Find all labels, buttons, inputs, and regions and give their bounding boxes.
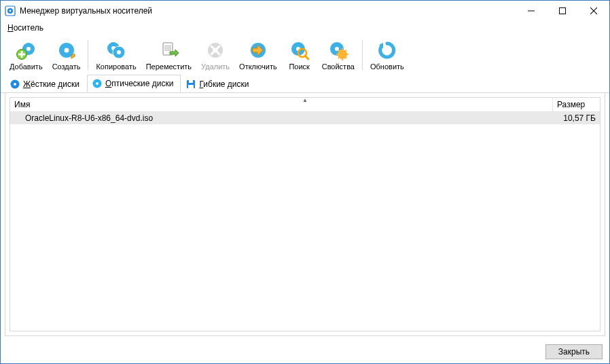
- column-header-name[interactable]: Имя: [10, 98, 552, 111]
- move-label: Переместить: [146, 62, 192, 71]
- add-label: Добавить: [10, 62, 43, 71]
- svg-point-17: [117, 50, 121, 54]
- refresh-button[interactable]: Обновить: [365, 37, 409, 73]
- row-name: OracleLinux-R8-U6-x86_64-dvd.iso: [10, 113, 552, 124]
- svg-line-31: [305, 56, 308, 59]
- app-icon: [5, 5, 16, 16]
- close-icon: [590, 7, 597, 14]
- tab-floppy-disks[interactable]: Гибкие диски: [181, 75, 256, 92]
- svg-rect-45: [189, 80, 193, 83]
- add-button[interactable]: Добавить: [5, 37, 48, 73]
- hard-disk-icon: [10, 79, 20, 90]
- tab-optical-disks[interactable]: Оптические диски: [87, 75, 181, 92]
- svg-point-43: [96, 82, 98, 85]
- properties-icon: [327, 39, 349, 61]
- toolbar: Добавить Создать Копировать Переместить: [1, 35, 609, 74]
- menu-medium[interactable]: Носитель: [5, 22, 46, 34]
- svg-point-13: [64, 48, 69, 53]
- column-header-size[interactable]: Размер: [552, 98, 600, 111]
- window-title: Менеджер виртуальных носителей: [20, 6, 516, 16]
- remove-icon: [204, 39, 226, 61]
- search-icon: [289, 39, 310, 61]
- svg-point-8: [26, 47, 31, 51]
- search-label: Поиск: [289, 62, 309, 71]
- svg-rect-11: [18, 54, 25, 56]
- optical-disk-icon: [92, 78, 103, 89]
- refresh-icon: [376, 39, 398, 61]
- maximize-icon: [559, 7, 566, 14]
- row-size: 10,57 ГБ: [552, 113, 600, 124]
- maximize-button[interactable]: [547, 1, 578, 21]
- release-icon: [247, 39, 269, 61]
- svg-point-2: [10, 10, 12, 12]
- tab-hard-disks[interactable]: Жёсткие диски: [5, 75, 87, 92]
- minimize-button[interactable]: [516, 1, 547, 21]
- toolbar-separator: [88, 40, 88, 70]
- media-table: ▲ Имя Размер OracleLinux-R8-U6-x86_64-dv…: [10, 97, 600, 331]
- create-icon: [56, 39, 77, 61]
- properties-button[interactable]: Свойства: [317, 37, 359, 73]
- sort-indicator-icon: ▲: [302, 97, 308, 103]
- svg-rect-46: [188, 85, 194, 88]
- remove-label: Удалить: [201, 62, 230, 71]
- release-label: Отключить: [239, 62, 277, 71]
- svg-rect-20: [164, 48, 171, 49]
- content-frame: ▲ Имя Размер OracleLinux-R8-U6-x86_64-dv…: [5, 92, 605, 336]
- svg-rect-21: [164, 50, 171, 51]
- svg-point-41: [14, 83, 16, 86]
- create-label: Создать: [52, 62, 81, 71]
- properties-label: Свойства: [322, 62, 355, 71]
- add-icon: [15, 39, 37, 61]
- close-window-button[interactable]: [578, 1, 609, 21]
- release-button[interactable]: Отключить: [234, 37, 282, 73]
- toolbar-separator: [362, 40, 363, 70]
- remove-button[interactable]: Удалить: [196, 37, 234, 73]
- svg-rect-19: [164, 46, 171, 47]
- table-row[interactable]: OracleLinux-R8-U6-x86_64-dvd.iso 10,57 Г…: [10, 112, 600, 124]
- move-button[interactable]: Переместить: [141, 37, 196, 73]
- close-button[interactable]: Закрыть: [545, 344, 603, 359]
- create-button[interactable]: Создать: [48, 37, 86, 73]
- refresh-label: Обновить: [370, 62, 404, 71]
- copy-label: Копировать: [96, 62, 136, 71]
- copy-icon: [105, 39, 127, 61]
- copy-button[interactable]: Копировать: [91, 37, 141, 73]
- svg-rect-4: [560, 8, 566, 14]
- minimize-icon: [528, 7, 535, 14]
- floppy-disk-icon: [185, 79, 196, 90]
- move-icon: [158, 39, 179, 61]
- search-button[interactable]: Поиск: [282, 37, 317, 73]
